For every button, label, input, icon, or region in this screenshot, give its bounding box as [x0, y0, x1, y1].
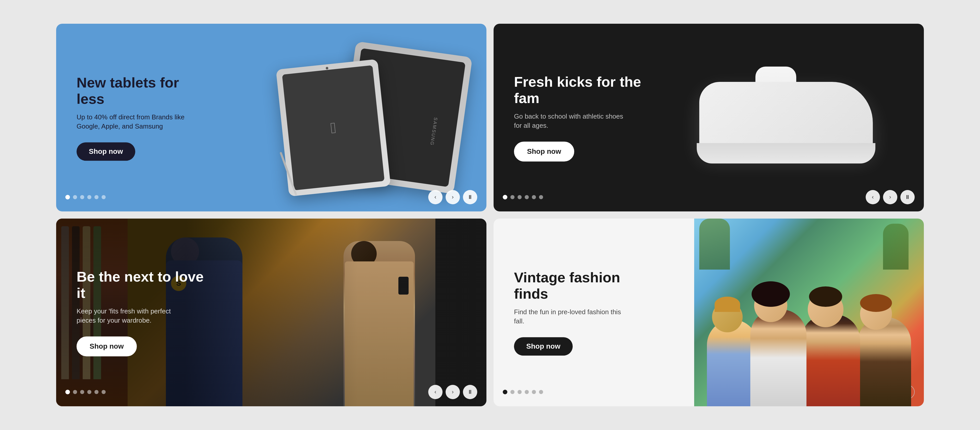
card-tablets: New tablets for less Up to 40% off direc…	[56, 24, 487, 211]
fashion-shop-button[interactable]: Shop now	[76, 336, 137, 356]
fashion-dot-4[interactable]	[87, 390, 91, 394]
tablet-front-screen: 	[282, 65, 385, 190]
fashion-pause-button[interactable]: ⏸	[463, 385, 477, 399]
tablets-next-button[interactable]: ›	[445, 190, 460, 204]
shoes-dot-1[interactable]	[503, 195, 508, 200]
dot-4[interactable]	[87, 195, 91, 199]
vp3-hair	[809, 286, 842, 307]
tablet-camera	[326, 67, 328, 70]
fashion-dot-2[interactable]	[73, 390, 77, 394]
vintage-dots	[503, 390, 543, 394]
vintage-dot-1[interactable]	[503, 390, 508, 394]
fashion-dot-3[interactable]	[80, 390, 84, 394]
vp4-head	[860, 298, 892, 330]
vp4-hair	[860, 294, 892, 312]
vintage-title: Vintage fashion finds	[514, 269, 647, 302]
promo-grid: New tablets for less Up to 40% off direc…	[56, 24, 924, 406]
tablets-nav-buttons: ‹ › ⏸	[428, 190, 477, 204]
shoe-body	[699, 82, 873, 153]
tablets-prev-button[interactable]: ‹	[428, 190, 442, 204]
samsung-label: SAMSUNG	[429, 117, 438, 146]
vintage-dot-6[interactable]	[539, 390, 543, 394]
tablets-dots	[65, 195, 106, 200]
vintage-subtitle: Find the fun in pre-loved fashion this f…	[514, 307, 626, 326]
fashion-nav-buttons: ‹ › ⏸	[428, 385, 477, 399]
page-wrapper: New tablets for less Up to 40% off direc…	[0, 0, 980, 430]
tablets-shop-button[interactable]: Shop now	[76, 142, 135, 161]
shoe-sole	[697, 143, 875, 163]
tablets-carousel-controls: ‹ › ⏸	[56, 190, 487, 204]
fashion-dot-6[interactable]	[102, 390, 106, 394]
shoes-nav-buttons: ‹ › ⏸	[865, 190, 915, 204]
fashion-subtitle: Keep your 'fits fresh with perfect piece…	[76, 306, 189, 325]
shoes-carousel-controls: ‹ › ⏸	[493, 190, 924, 204]
dot-6[interactable]	[102, 195, 106, 199]
shoes-dot-5[interactable]	[532, 195, 536, 199]
fashion-title: Be the next to love it	[76, 268, 209, 301]
card-fashion: S	[56, 219, 487, 406]
shoes-dot-3[interactable]	[517, 195, 522, 199]
vintage-photo-bg	[694, 219, 924, 406]
shoes-title: Fresh kicks for the fam	[514, 74, 647, 106]
vintage-person3	[801, 314, 860, 406]
tablet-stack: SAMSUNG 	[275, 44, 479, 192]
shoes-content: Fresh kicks for the fam Go back to schoo…	[514, 74, 647, 162]
shoes-dot-2[interactable]	[511, 195, 514, 199]
fashion-next-button[interactable]: ›	[445, 385, 460, 399]
shoes-subtitle: Go back to school with athletic shoes fo…	[514, 112, 626, 130]
vp1-head	[712, 302, 743, 332]
shoes-prev-button[interactable]: ‹	[865, 190, 880, 204]
vintage-person2	[750, 309, 807, 406]
fashion-carousel-controls: ‹ › ⏸	[56, 385, 487, 399]
tablet-front: 	[276, 59, 391, 197]
shoes-pause-button[interactable]: ⏸	[900, 190, 915, 204]
vintage-person-group	[694, 239, 924, 406]
shoes-shop-button[interactable]: Shop now	[514, 141, 574, 162]
tablets-pause-button[interactable]: ⏸	[463, 190, 477, 204]
vp1-hair	[714, 297, 740, 312]
vintage-content: Vintage fashion finds Find the fun in pr…	[514, 269, 647, 355]
fashion-prev-button[interactable]: ‹	[428, 385, 442, 399]
vintage-image-area	[694, 219, 924, 406]
dot-1[interactable]	[65, 195, 70, 200]
vintage-dot-4[interactable]	[525, 390, 529, 394]
tablets-subtitle: Up to 40% off direct from Brands like Go…	[76, 113, 189, 131]
vintage-dot-3[interactable]	[517, 390, 522, 394]
vp2-hair	[752, 281, 790, 307]
dot-3[interactable]	[80, 195, 84, 199]
shoes-dots	[503, 195, 543, 200]
vp2-head	[754, 289, 788, 322]
vintage-dot-5[interactable]	[532, 390, 536, 394]
shoes-image-area	[669, 24, 924, 211]
shoes-dot-4[interactable]	[525, 195, 529, 199]
vp3-head	[808, 292, 843, 327]
fashion-dot-5[interactable]	[94, 390, 99, 394]
card-shoes: Fresh kicks for the fam Go back to schoo…	[493, 24, 924, 211]
vintage-person4	[858, 317, 911, 406]
shoes-next-button[interactable]: ›	[883, 190, 897, 204]
tablets-image-area: SAMSUNG 	[262, 24, 487, 211]
card-vintage: Vintage fashion finds Find the fun in pr…	[493, 219, 924, 406]
tablets-title: New tablets for less	[76, 75, 209, 107]
vintage-shop-button[interactable]: Shop now	[514, 337, 573, 355]
shoes-dot-6[interactable]	[539, 195, 543, 199]
fashion-dots	[65, 390, 106, 394]
fashion-content: Be the next to love it Keep your 'fits f…	[76, 268, 209, 356]
tablets-content: New tablets for less Up to 40% off direc…	[76, 75, 209, 161]
fashion-dot-1[interactable]	[65, 390, 70, 394]
shoe-shape	[699, 67, 893, 168]
apple-logo: 	[325, 118, 342, 138]
dot-5[interactable]	[94, 195, 99, 199]
dot-2[interactable]	[73, 195, 77, 199]
vintage-dot-2[interactable]	[511, 390, 514, 394]
